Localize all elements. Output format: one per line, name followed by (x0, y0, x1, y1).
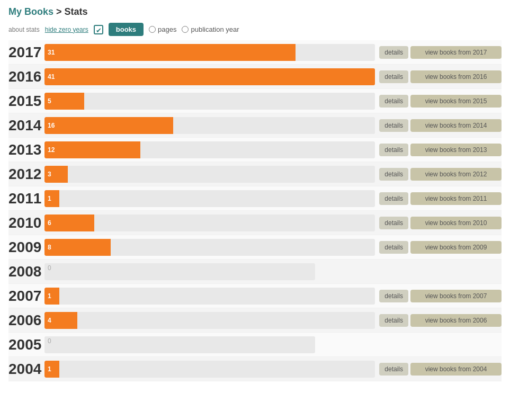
bar-2006: 4 (44, 312, 77, 329)
bar-container-2017: 31 (44, 44, 375, 61)
year-row: 201312detailsview books from 2013 (8, 138, 502, 162)
bar-2004: 1 (44, 361, 59, 378)
bar-count-2009: 8 (44, 244, 55, 251)
bar-container-2007: 1 (44, 288, 375, 305)
year-row: 20111detailsview books from 2011 (8, 186, 502, 211)
year-label-2007: 2007 (8, 288, 44, 305)
bar-container-2008: 0 (44, 263, 315, 280)
tab-publication-year-radio[interactable] (182, 26, 189, 33)
tab-publication-year-label: publication year (182, 25, 239, 33)
year-label-2014: 2014 (8, 117, 44, 134)
tab-publication-year-text: publication year (191, 25, 239, 33)
year-label-2005: 2005 (8, 336, 44, 353)
year-rows-container: 201731detailsview books from 2017201641d… (8, 40, 502, 381)
breadcrumb-part1[interactable]: My Books (8, 6, 53, 17)
bar-count-2007: 1 (44, 292, 55, 300)
details-button-2011[interactable]: details (379, 192, 408, 205)
bar-2010: 6 (44, 215, 94, 231)
details-button-2009[interactable]: details (379, 241, 408, 254)
bar-container-2016: 41 (44, 68, 375, 85)
year-row: 201731detailsview books from 2017 (8, 40, 502, 65)
year-row: 20064detailsview books from 2006 (8, 308, 502, 333)
bar-2014: 16 (44, 117, 173, 134)
view-button-2011[interactable]: view books from 2011 (410, 192, 502, 205)
bar-count-2011: 1 (44, 195, 55, 202)
year-label-2006: 2006 (8, 312, 44, 329)
bar-container-2012: 3 (44, 166, 375, 183)
year-label-2011: 2011 (8, 190, 44, 207)
details-button-2007[interactable]: details (379, 290, 408, 302)
view-button-2016[interactable]: view books from 2016 (410, 70, 502, 83)
bar-count-2012: 3 (44, 171, 55, 178)
year-row: 20041detailsview books from 2004 (8, 357, 502, 381)
view-button-2004[interactable]: view books from 2004 (410, 363, 502, 376)
view-button-2010[interactable]: view books from 2010 (410, 217, 502, 229)
bar-container-2005: 0 (44, 336, 315, 353)
bar-2017: 31 (44, 44, 296, 61)
bar-count-2015: 5 (44, 97, 55, 105)
bar-2012: 3 (44, 166, 68, 183)
year-label-2013: 2013 (8, 141, 44, 158)
bar-count-2006: 4 (44, 317, 55, 324)
year-label-2004: 2004 (8, 361, 44, 378)
bar-2015: 5 (44, 93, 84, 110)
page-container: My Books > Stats about stats hide zero y… (0, 0, 510, 388)
year-label-2015: 2015 (8, 93, 44, 110)
year-row: 20155detailsview books from 2015 (8, 89, 502, 113)
tab-pages-label: pages (149, 25, 176, 33)
details-button-2006[interactable]: details (379, 314, 408, 327)
bar-2011: 1 (44, 190, 59, 207)
bar-container-2004: 1 (44, 361, 375, 378)
details-button-2013[interactable]: details (379, 144, 408, 156)
details-button-2017[interactable]: details (379, 46, 408, 59)
year-row: 20123detailsview books from 2012 (8, 162, 502, 186)
tab-pages-text: pages (158, 25, 176, 33)
view-button-2009[interactable]: view books from 2009 (410, 241, 502, 254)
bar-count-2017: 31 (44, 49, 58, 56)
bar-2013: 12 (44, 141, 140, 158)
view-button-2012[interactable]: view books from 2012 (410, 168, 502, 181)
view-button-2014[interactable]: view books from 2014 (410, 119, 502, 132)
details-button-2012[interactable]: details (379, 168, 408, 181)
view-button-2017[interactable]: view books from 2017 (410, 46, 502, 59)
breadcrumb-part2: Stats (65, 6, 88, 17)
view-button-2007[interactable]: view books from 2007 (410, 290, 502, 302)
year-label-2008: 2008 (8, 263, 44, 280)
year-row: 20050 (8, 333, 502, 357)
year-row: 20071detailsview books from 2007 (8, 284, 502, 308)
bar-container-2015: 5 (44, 93, 375, 110)
about-label: about stats (8, 26, 40, 33)
bar-count-2013: 12 (44, 146, 58, 154)
controls-bar: about stats hide zero years ✔ books page… (8, 23, 502, 36)
tab-pages-radio[interactable] (149, 26, 156, 33)
bar-2007: 1 (44, 288, 59, 305)
year-row: 20080 (8, 260, 502, 284)
view-button-2013[interactable]: view books from 2013 (410, 144, 502, 156)
bar-container-2014: 16 (44, 117, 375, 134)
details-button-2015[interactable]: details (379, 95, 408, 108)
breadcrumb: My Books > Stats (8, 6, 502, 17)
tab-books[interactable]: books (109, 23, 144, 36)
year-label-2016: 2016 (8, 68, 44, 85)
hide-zero-years-link[interactable]: hide zero years (45, 26, 88, 33)
bar-container-2011: 1 (44, 190, 375, 207)
details-button-2004[interactable]: details (379, 363, 408, 376)
bar-container-2006: 4 (44, 312, 375, 329)
bar-2009: 8 (44, 239, 111, 256)
year-label-2017: 2017 (8, 44, 44, 61)
year-label-2012: 2012 (8, 166, 44, 183)
bar-count-zero-2005: 0 (44, 337, 55, 345)
details-button-2016[interactable]: details (379, 70, 408, 83)
bar-container-2010: 6 (44, 215, 375, 231)
view-button-2015[interactable]: view books from 2015 (410, 95, 502, 108)
bar-count-2004: 1 (44, 365, 55, 373)
details-button-2010[interactable]: details (379, 217, 408, 229)
year-label-2010: 2010 (8, 215, 44, 231)
view-button-2006[interactable]: view books from 2006 (410, 314, 502, 327)
details-button-2014[interactable]: details (379, 119, 408, 132)
checkbox-icon[interactable]: ✔ (94, 25, 103, 34)
bar-count-2016: 41 (44, 73, 58, 81)
year-row: 20098detailsview books from 2009 (8, 235, 502, 260)
year-label-2009: 2009 (8, 239, 44, 256)
bar-container-2009: 8 (44, 239, 375, 256)
